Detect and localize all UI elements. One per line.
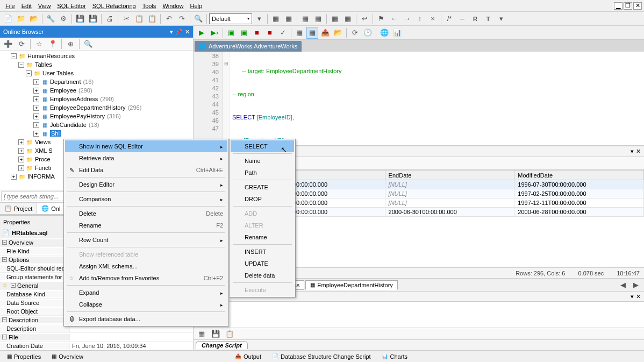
expander-icon[interactable]: + [18,139,24,145]
expander-icon[interactable]: + [18,157,24,162]
ctx-design-editor[interactable]: Design Editor [65,179,227,190]
new-project-icon[interactable]: 📁 [15,13,27,25]
menu-help[interactable]: Help [187,2,206,10]
commit-icon[interactable]: ✓ [277,27,289,39]
prev-tab-icon[interactable]: ◀ [617,279,629,291]
expander-icon[interactable]: + [18,148,24,154]
tree-schema[interactable]: HumanResources [27,53,75,59]
expander-icon[interactable]: + [33,105,39,111]
change-script-tab[interactable]: Change Script [196,341,248,349]
wrap-icon[interactable]: ↩ [359,13,370,25]
tab-project[interactable]: 📋Project [0,203,37,214]
ctx-delete[interactable]: DeleteDelete [65,208,227,219]
tree-item[interactable]: INFORMA [27,173,55,180]
btab-charts[interactable]: 📊Charts [377,352,412,361]
db5-icon[interactable]: ▦ [329,13,341,25]
col-header[interactable]: EndDate [385,171,514,180]
ctx-edit-data[interactable]: ✎Edit DataCtrl+Alt+E [65,164,227,176]
ctx-export-db[interactable]: 🛢Export database data... [65,313,227,325]
globe2-icon[interactable]: 🌐 [378,27,390,39]
ctx-sub-insert[interactable]: INSERT [231,246,294,258]
tree-item-selected[interactable]: Shi [50,130,61,137]
print-icon[interactable]: 🖨 [104,13,116,25]
db2-icon[interactable]: ▦ [283,13,295,25]
ctx-sub-rename[interactable]: Rename [231,231,294,243]
expander-icon[interactable]: + [18,165,24,171]
btab-properties[interactable]: ▦Properties [2,352,46,361]
run1-icon[interactable]: ▣ [225,27,237,39]
messages-body[interactable] [194,302,644,328]
code-content[interactable]: -- target: EmployeeDepartmentHistory -- … [230,52,644,145]
editor-tab[interactable]: 🌐 AdventureWorks.AdventureWorks [195,41,302,52]
execute-step-icon[interactable]: ▶› [209,27,220,39]
menu-sql-refactoring[interactable]: SQL Refactoring [89,2,139,10]
new-icon[interactable]: 📄 [2,13,14,25]
cat-file[interactable]: −File [0,334,70,340]
tree-item[interactable]: EmployeeDepartmentHistory [50,104,126,111]
cat-overview[interactable]: −Overview [0,239,70,246]
panel-pin-icon[interactable]: 📌 [175,29,183,36]
panel-close-icon[interactable]: ✕ [636,148,641,155]
refresh-icon[interactable]: ⟳ [16,38,27,50]
expander-icon[interactable]: + [33,122,39,128]
execute-icon[interactable]: ▶ [196,27,207,39]
cut-icon[interactable]: ✂ [120,13,132,25]
redo-icon[interactable]: ↷ [176,13,188,25]
grid-icon[interactable]: ▦ [294,27,305,39]
tree-item[interactable]: Department [50,79,81,85]
expander-icon[interactable]: + [33,131,39,137]
add-icon[interactable]: ➕ [2,38,14,50]
paste-icon[interactable]: 📋 [146,13,158,25]
sql-editor[interactable]: 38394041424344454647 ⊟ -- target: Employ… [194,52,644,146]
tree-item[interactable]: Functi [35,165,51,171]
expander-icon[interactable]: − [11,53,17,59]
close-button[interactable]: ✕ [633,2,642,10]
db1-icon[interactable]: ▦ [270,13,282,25]
panel-close-icon[interactable]: ✕ [636,293,641,300]
expander-icon[interactable]: + [11,174,17,180]
chart-icon[interactable]: 📊 [391,27,403,39]
col-header[interactable]: ModifiedDate [514,171,644,180]
refresh2-icon[interactable]: ⟳ [349,27,361,39]
panel-dropdown-icon[interactable]: ▾ [170,29,173,36]
ctx-collapse[interactable]: Collapse [65,299,227,310]
btab-overview[interactable]: ▦Overview [47,352,88,361]
tree-user-tables[interactable]: User Tables [42,70,74,76]
tab-online[interactable]: 🌐Onl [37,203,65,214]
tree-item[interactable]: XML S [35,147,53,154]
tool2-icon[interactable]: ⚙ [58,13,69,25]
pin-icon[interactable]: 📍 [47,38,59,50]
tree-item[interactable]: EmployeeAddress [50,96,98,102]
save-icon[interactable]: 💾 [74,13,86,25]
t-icon[interactable]: T [482,13,494,25]
ctx-sub-select[interactable]: SELECT [231,140,294,152]
history-icon[interactable]: 🕑 [362,27,374,39]
menu-edit[interactable]: Edit [18,2,35,10]
nav1-icon[interactable]: ← [388,13,400,25]
ctx-sub-update[interactable]: UPDATE [231,258,294,269]
nav3-icon[interactable]: ↑ [414,13,426,25]
menu-tools[interactable]: Tools [139,2,160,10]
run2-icon[interactable]: ▣ [238,27,250,39]
tree-item[interactable]: JobCandidate [50,122,87,128]
menu-view[interactable]: View [35,2,54,10]
tree-item[interactable]: Proce [35,156,51,162]
result-tab-active[interactable]: ▦EmployeeDepartmentHistory [305,280,398,290]
uncomment-icon[interactable]: -- [456,13,468,25]
cat-general[interactable]: ☆−General [0,282,70,289]
db3-icon[interactable]: ▦ [299,13,311,25]
comment-icon[interactable]: /* [443,13,455,25]
msg-tool1-icon[interactable]: ▦ [196,328,207,340]
ctx-favorites[interactable]: ☆Add to/Remove from FavoritesCtrl+F2 [65,272,227,284]
open2-icon[interactable]: 📂 [332,27,344,39]
target-icon[interactable]: ⊕ [65,38,76,50]
menu-file[interactable]: File [2,2,18,10]
msg-tool3-icon[interactable]: 📋 [224,328,235,340]
menu-window[interactable]: Window [159,2,187,10]
export-icon[interactable]: 📤 [319,27,331,39]
cat-options[interactable]: −Options [0,257,70,263]
ctx-show-new-sql[interactable]: Show in new SQL Editor [65,140,227,152]
copy-icon[interactable]: 📋 [133,13,145,25]
msg-tool2-icon[interactable]: 💾 [210,328,221,340]
expander-icon[interactable]: + [33,113,39,119]
